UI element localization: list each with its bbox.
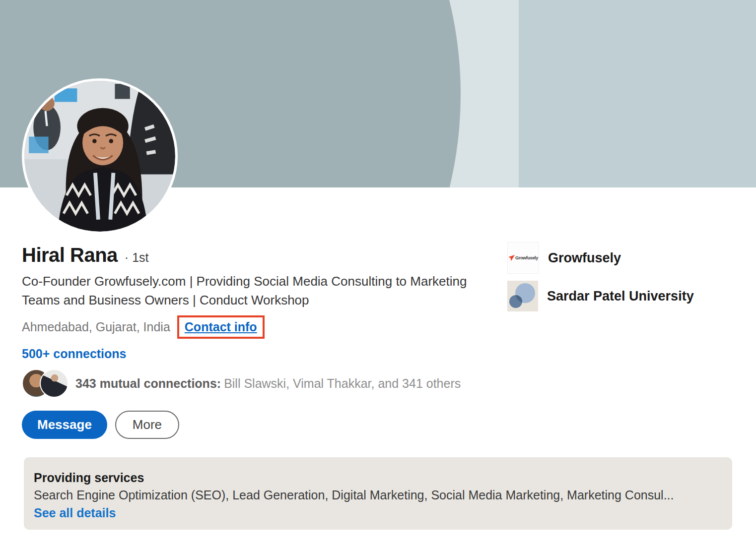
profile-photo-image <box>24 81 175 232</box>
affiliations-section: Growfusely Growfusely Sardar Patel Unive… <box>507 242 741 311</box>
growfusely-logo-text: Growfusely <box>515 255 538 260</box>
profile-name: Hiral Rana <box>22 243 118 267</box>
location-text: Ahmedabad, Gujarat, India <box>22 320 170 334</box>
sardar-patel-university-logo-icon <box>507 281 538 311</box>
mutual-connections-row[interactable]: 343 mutual connections:Bill Slawski, Vim… <box>22 369 501 398</box>
message-button[interactable]: Message <box>22 411 107 439</box>
name-row: Hiral Rana · 1st <box>22 243 501 267</box>
profile-intro-section: Hiral Rana · 1st Co-Founder Growfusely.c… <box>22 243 501 439</box>
action-buttons-row: Message More <box>22 411 501 439</box>
see-all-details-link[interactable]: See all details <box>34 504 116 521</box>
services-list-text: Search Engine Optimization (SEO), Lead G… <box>34 487 722 503</box>
providing-services-title: Providing services <box>34 470 722 486</box>
contact-info-highlight-box: Contact info <box>177 315 265 339</box>
mutual-connections-text: 343 mutual connections:Bill Slawski, Vim… <box>75 375 461 391</box>
education-row[interactable]: Sardar Patel University <box>507 281 741 311</box>
current-company-name: Growfusely <box>548 250 621 266</box>
providing-services-card: Providing services Search Engine Optimiz… <box>24 457 732 530</box>
current-company-row[interactable]: Growfusely Growfusely <box>507 242 741 274</box>
mutual-connections-count: 343 mutual connections: <box>75 376 221 390</box>
mutual-connections-names: Bill Slawski, Vimal Thakkar, and 341 oth… <box>224 376 461 390</box>
education-name: Sardar Patel University <box>547 289 694 304</box>
connection-degree: · 1st <box>125 250 149 265</box>
cover-right-panel-shape <box>519 0 756 187</box>
mutual-connections-facepile <box>22 369 69 398</box>
connections-count-link[interactable]: 500+ connections <box>22 347 127 361</box>
mutual-avatar-2 <box>40 369 69 398</box>
growfusely-arrow-icon <box>508 255 515 261</box>
contact-info-link[interactable]: Contact info <box>185 320 257 334</box>
more-button[interactable]: More <box>115 411 179 439</box>
growfusely-logo-icon: Growfusely <box>507 242 539 274</box>
profile-headline: Co-Founder Growfusely.com | Providing So… <box>22 272 498 309</box>
location-row: Ahmedabad, Gujarat, India Contact info <box>22 315 501 339</box>
profile-page: Hiral Rana · 1st Co-Founder Growfusely.c… <box>0 0 756 550</box>
profile-photo[interactable] <box>22 78 178 234</box>
